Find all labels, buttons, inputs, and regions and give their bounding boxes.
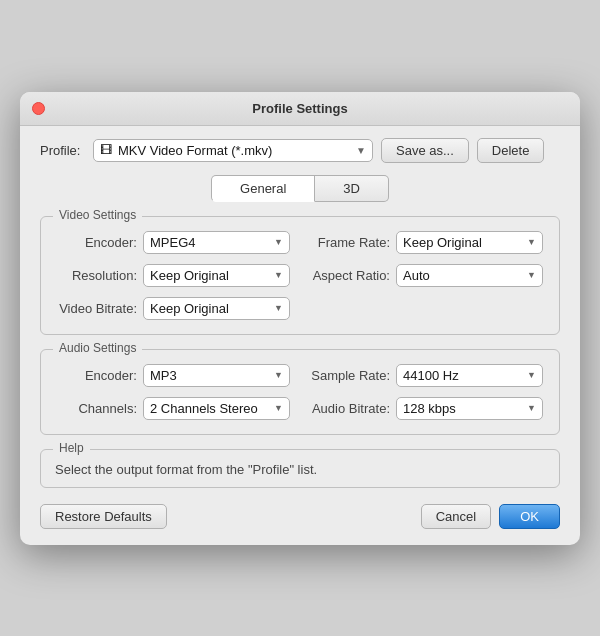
- tab-general[interactable]: General: [211, 175, 315, 202]
- restore-defaults-button[interactable]: Restore Defaults: [40, 504, 167, 529]
- frame-rate-dropdown[interactable]: Keep Original ▼: [396, 231, 543, 254]
- encoder-label: Encoder:: [57, 235, 137, 250]
- video-bitrate-label: Video Bitrate:: [57, 301, 137, 316]
- chevron-down-icon: ▼: [527, 270, 536, 280]
- chevron-down-icon: ▼: [274, 403, 283, 413]
- aspect-ratio-row: Aspect Ratio: Auto ▼: [310, 264, 543, 287]
- video-bitrate-dropdown[interactable]: Keep Original ▼: [143, 297, 290, 320]
- chevron-down-icon: ▼: [527, 370, 536, 380]
- audio-settings-section: Audio Settings Encoder: MP3 ▼ Sample Rat…: [40, 349, 560, 435]
- help-legend: Help: [53, 441, 90, 455]
- resolution-value: Keep Original: [150, 268, 274, 283]
- frame-rate-value: Keep Original: [403, 235, 527, 250]
- frame-rate-row: Frame Rate: Keep Original ▼: [310, 231, 543, 254]
- video-settings-grid: Encoder: MPEG4 ▼ Frame Rate: Keep Origin…: [57, 231, 543, 320]
- profile-settings-window: Profile Settings Profile: 🎞 MKV Video Fo…: [20, 92, 580, 545]
- sample-rate-label: Sample Rate:: [310, 368, 390, 383]
- delete-button[interactable]: Delete: [477, 138, 545, 163]
- audio-encoder-dropdown[interactable]: MP3 ▼: [143, 364, 290, 387]
- audio-bitrate-value: 128 kbps: [403, 401, 527, 416]
- encoder-value: MPEG4: [150, 235, 274, 250]
- aspect-ratio-value: Auto: [403, 268, 527, 283]
- channels-value: 2 Channels Stereo: [150, 401, 274, 416]
- help-section: Help Select the output format from the "…: [40, 449, 560, 488]
- audio-encoder-label: Encoder:: [57, 368, 137, 383]
- profile-icon: 🎞: [100, 143, 112, 157]
- help-text: Select the output format from the "Profi…: [55, 462, 545, 477]
- window-content: Profile: 🎞 MKV Video Format (*.mkv) ▼ Sa…: [20, 126, 580, 545]
- ok-button[interactable]: OK: [499, 504, 560, 529]
- video-settings-legend: Video Settings: [53, 208, 142, 222]
- sample-rate-row: Sample Rate: 44100 Hz ▼: [310, 364, 543, 387]
- cancel-button[interactable]: Cancel: [421, 504, 491, 529]
- audio-bitrate-row: Audio Bitrate: 128 kbps ▼: [310, 397, 543, 420]
- chevron-down-icon: ▼: [274, 237, 283, 247]
- sample-rate-value: 44100 Hz: [403, 368, 527, 383]
- bottom-right-buttons: Cancel OK: [421, 504, 560, 529]
- aspect-ratio-label: Aspect Ratio:: [310, 268, 390, 283]
- resolution-label: Resolution:: [57, 268, 137, 283]
- frame-rate-label: Frame Rate:: [310, 235, 390, 250]
- resolution-row: Resolution: Keep Original ▼: [57, 264, 290, 287]
- title-bar: Profile Settings: [20, 92, 580, 126]
- audio-encoder-row: Encoder: MP3 ▼: [57, 364, 290, 387]
- video-bitrate-value: Keep Original: [150, 301, 274, 316]
- channels-label: Channels:: [57, 401, 137, 416]
- close-button[interactable]: [32, 102, 45, 115]
- aspect-ratio-dropdown[interactable]: Auto ▼: [396, 264, 543, 287]
- tab-3d[interactable]: 3D: [315, 175, 389, 202]
- encoder-dropdown[interactable]: MPEG4 ▼: [143, 231, 290, 254]
- chevron-down-icon: ▼: [356, 145, 366, 156]
- encoder-row: Encoder: MPEG4 ▼: [57, 231, 290, 254]
- resolution-dropdown[interactable]: Keep Original ▼: [143, 264, 290, 287]
- profile-selected-value: MKV Video Format (*.mkv): [118, 143, 356, 158]
- video-settings-section: Video Settings Encoder: MPEG4 ▼ Frame Ra…: [40, 216, 560, 335]
- tabs-row: General 3D: [40, 175, 560, 202]
- chevron-down-icon: ▼: [527, 237, 536, 247]
- sample-rate-dropdown[interactable]: 44100 Hz ▼: [396, 364, 543, 387]
- audio-settings-legend: Audio Settings: [53, 341, 142, 355]
- save-as-button[interactable]: Save as...: [381, 138, 469, 163]
- window-title: Profile Settings: [252, 101, 347, 116]
- channels-dropdown[interactable]: 2 Channels Stereo ▼: [143, 397, 290, 420]
- profile-dropdown[interactable]: 🎞 MKV Video Format (*.mkv) ▼: [93, 139, 373, 162]
- audio-bitrate-label: Audio Bitrate:: [310, 401, 390, 416]
- video-bitrate-row: Video Bitrate: Keep Original ▼: [57, 297, 290, 320]
- chevron-down-icon: ▼: [274, 370, 283, 380]
- chevron-down-icon: ▼: [274, 270, 283, 280]
- profile-row: Profile: 🎞 MKV Video Format (*.mkv) ▼ Sa…: [40, 138, 560, 163]
- channels-row: Channels: 2 Channels Stereo ▼: [57, 397, 290, 420]
- chevron-down-icon: ▼: [527, 403, 536, 413]
- audio-bitrate-dropdown[interactable]: 128 kbps ▼: [396, 397, 543, 420]
- audio-settings-grid: Encoder: MP3 ▼ Sample Rate: 44100 Hz ▼: [57, 364, 543, 420]
- audio-encoder-value: MP3: [150, 368, 274, 383]
- profile-label: Profile:: [40, 143, 85, 158]
- bottom-row: Restore Defaults Cancel OK: [40, 504, 560, 529]
- chevron-down-icon: ▼: [274, 303, 283, 313]
